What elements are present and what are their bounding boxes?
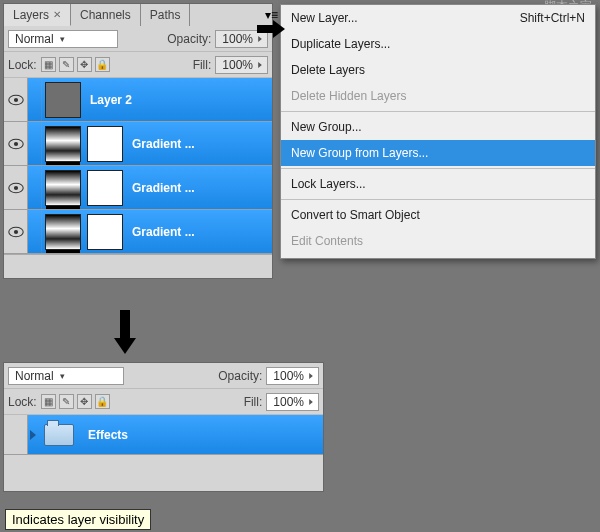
group-name: Effects <box>88 428 128 442</box>
layer-name: Gradient ... <box>132 225 195 239</box>
layer-thumb <box>45 126 81 162</box>
menu-new-group-from-layers[interactable]: New Group from Layers... <box>281 140 595 166</box>
visibility-toggle[interactable] <box>4 210 28 253</box>
lock-transparency-icon[interactable]: ▦ <box>41 394 56 409</box>
lock-label: Lock: <box>8 395 37 409</box>
layer-name: Gradient ... <box>132 181 195 195</box>
lock-row: Lock: ▦ ✎ ✥ 🔒 Fill: 100% <box>4 52 272 78</box>
svg-rect-10 <box>120 310 130 338</box>
arrow-right-icon <box>257 20 285 38</box>
fill-field[interactable]: 100% <box>215 56 268 74</box>
svg-rect-8 <box>257 25 273 33</box>
visibility-toggle[interactable] <box>4 166 28 209</box>
fill-label: Fill: <box>244 395 263 409</box>
layer-name: Gradient ... <box>132 137 195 151</box>
fill-label: Fill: <box>193 58 212 72</box>
layer-row[interactable]: Gradient ... <box>4 166 272 210</box>
layer-row[interactable]: Gradient ... <box>4 122 272 166</box>
menu-new-group[interactable]: New Group... <box>281 114 595 140</box>
shortcut: Shift+Ctrl+N <box>520 11 585 25</box>
layer-thumb <box>45 170 81 206</box>
opacity-field[interactable]: 100% <box>266 367 319 385</box>
visibility-toggle[interactable] <box>4 415 28 454</box>
menu-edit-contents: Edit Contents <box>281 228 595 254</box>
lock-icons: ▦ ✎ ✥ 🔒 <box>41 57 110 72</box>
visibility-toggle[interactable] <box>4 122 28 165</box>
svg-marker-9 <box>273 20 285 38</box>
fill-field[interactable]: 100% <box>266 393 319 411</box>
lock-all-icon[interactable]: 🔒 <box>95 57 110 72</box>
lock-label: Lock: <box>8 58 37 72</box>
layer-mask <box>87 214 123 250</box>
close-icon[interactable]: ✕ <box>53 9 61 20</box>
layer-name: Layer 2 <box>90 93 132 107</box>
blend-row: Normal▾ Opacity: 100% <box>4 26 272 52</box>
svg-point-5 <box>13 185 17 189</box>
visibility-tooltip: Indicates layer visibility <box>5 509 151 530</box>
folder-icon <box>44 424 74 446</box>
panel-tab-bar: Layers ✕ Channels Paths ▾≡ <box>4 4 272 26</box>
menu-duplicate[interactable]: Duplicate Layers... <box>281 31 595 57</box>
svg-point-3 <box>13 141 17 145</box>
lock-pixels-icon[interactable]: ✎ <box>59 57 74 72</box>
result-panel: Normal▾ Opacity: 100% Lock: ▦ ✎ ✥ 🔒 Fill… <box>3 362 324 492</box>
lock-position-icon[interactable]: ✥ <box>77 394 92 409</box>
layer-thumb <box>45 82 81 118</box>
layer-row[interactable]: Layer 2 <box>4 78 272 122</box>
menu-smart-object[interactable]: Convert to Smart Object <box>281 202 595 228</box>
lock-icons: ▦ ✎ ✥ 🔒 <box>41 394 110 409</box>
layer-mask <box>87 170 123 206</box>
layers-panel: Layers ✕ Channels Paths ▾≡ Normal▾ Opaci… <box>3 3 273 279</box>
layers-list: Layer 2 Gradient ... Gradient ... Gradie… <box>4 78 272 278</box>
tab-channels[interactable]: Channels <box>71 4 141 26</box>
lock-position-icon[interactable]: ✥ <box>77 57 92 72</box>
svg-point-7 <box>13 229 17 233</box>
tab-label: Layers <box>13 8 49 22</box>
blend-mode-select[interactable]: Normal▾ <box>8 30 118 48</box>
opacity-label: Opacity: <box>218 369 262 383</box>
tab-layers[interactable]: Layers ✕ <box>4 4 71 26</box>
menu-lock-layers[interactable]: Lock Layers... <box>281 171 595 197</box>
visibility-toggle[interactable] <box>4 78 28 121</box>
svg-point-1 <box>13 97 17 101</box>
lock-transparency-icon[interactable]: ▦ <box>41 57 56 72</box>
blend-row: Normal▾ Opacity: 100% <box>4 363 323 389</box>
lock-all-icon[interactable]: 🔒 <box>95 394 110 409</box>
opacity-label: Opacity: <box>167 32 211 46</box>
svg-marker-11 <box>114 338 136 354</box>
menu-new-layer[interactable]: New Layer... Shift+Ctrl+N <box>281 5 595 31</box>
layer-row[interactable]: Gradient ... <box>4 210 272 254</box>
layer-mask <box>87 126 123 162</box>
expand-icon[interactable] <box>30 430 36 440</box>
lock-pixels-icon[interactable]: ✎ <box>59 394 74 409</box>
tab-paths[interactable]: Paths <box>141 4 191 26</box>
menu-delete-hidden: Delete Hidden Layers <box>281 83 595 109</box>
layer-context-menu: New Layer... Shift+Ctrl+N Duplicate Laye… <box>280 4 596 259</box>
layer-thumb <box>45 214 81 250</box>
lock-row: Lock: ▦ ✎ ✥ 🔒 Fill: 100% <box>4 389 323 415</box>
blend-mode-select[interactable]: Normal▾ <box>8 367 124 385</box>
group-row[interactable]: Effects <box>4 415 323 455</box>
menu-delete[interactable]: Delete Layers <box>281 57 595 83</box>
arrow-down-icon <box>114 310 136 354</box>
